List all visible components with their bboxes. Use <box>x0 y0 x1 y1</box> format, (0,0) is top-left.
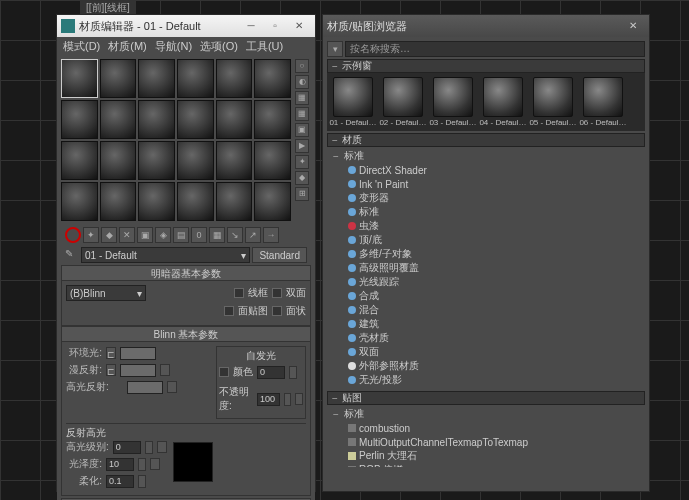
spinner-buttons[interactable] <box>145 441 153 454</box>
section-maps[interactable]: 贴图 <box>327 391 645 405</box>
assign-to-selection-icon[interactable]: ◆ <box>101 227 117 243</box>
sample-slot[interactable] <box>61 100 98 139</box>
spinner-buttons[interactable] <box>289 366 297 379</box>
sample-slot[interactable] <box>138 100 175 139</box>
material-name-combo[interactable]: 01 - Default▾ <box>81 247 250 263</box>
specular-map-button[interactable] <box>167 381 177 393</box>
browser-close-button[interactable]: ✕ <box>621 17 645 35</box>
sample-slot[interactable] <box>216 141 253 180</box>
sample-slot[interactable] <box>100 100 137 139</box>
select-by-mat-icon[interactable]: ◆ <box>295 171 309 185</box>
material-item[interactable]: 无光/投影 <box>331 373 641 387</box>
put-to-scene-icon[interactable]: ✦ <box>83 227 99 243</box>
rollout-blinn-basic[interactable]: Blinn 基本参数 <box>61 326 311 342</box>
material-item[interactable]: 多维/子对象 <box>331 247 641 261</box>
diffuse-lock-icon[interactable]: ⊏ <box>106 364 116 376</box>
sample-item[interactable]: 02 - Defaul… <box>379 77 427 127</box>
material-item[interactable]: 高级照明覆盖 <box>331 261 641 275</box>
slot-count-icon[interactable]: ⊞ <box>295 187 309 201</box>
preview-icon[interactable]: ▶ <box>295 139 309 153</box>
material-item[interactable]: 壳材质 <box>331 331 641 345</box>
search-input[interactable]: 按名称搜索… <box>345 41 645 57</box>
sample-slot[interactable] <box>61 182 98 221</box>
section-samples[interactable]: 示例窗 <box>327 59 645 73</box>
material-item[interactable]: Ink 'n Paint <box>331 177 641 191</box>
sample-slot[interactable] <box>177 59 214 98</box>
material-item[interactable]: DirectX Shader <box>331 163 641 177</box>
ambient-lock-icon[interactable]: ⊏ <box>106 347 116 359</box>
copy-icon[interactable]: ▣ <box>137 227 153 243</box>
eyedropper-icon[interactable]: ✎ <box>65 248 79 262</box>
material-type-button[interactable]: Standard <box>252 247 307 263</box>
close-button[interactable]: ✕ <box>287 17 311 35</box>
ambient-swatch[interactable] <box>120 347 156 360</box>
facemap-checkbox[interactable] <box>224 306 234 316</box>
material-item[interactable]: 标准 <box>331 205 641 219</box>
sample-slot[interactable] <box>138 182 175 221</box>
wire-checkbox[interactable] <box>234 288 244 298</box>
menu-mode[interactable]: 模式(D) <box>63 39 100 54</box>
sample-slot[interactable] <box>138 141 175 180</box>
material-item[interactable]: 顶/底 <box>331 233 641 247</box>
reset-map-icon[interactable]: ✕ <box>119 227 135 243</box>
sample-slot[interactable] <box>138 59 175 98</box>
sample-slot[interactable] <box>100 141 137 180</box>
spinner-buttons[interactable] <box>138 458 146 471</box>
two-sided-checkbox[interactable] <box>272 288 282 298</box>
material-item[interactable]: 双面 <box>331 345 641 359</box>
sample-slot[interactable] <box>254 141 291 180</box>
sample-slot[interactable] <box>177 182 214 221</box>
shader-combo[interactable]: (B)Blinn▾ <box>66 285 146 301</box>
sample-slot[interactable] <box>177 100 214 139</box>
show-end-icon[interactable]: ↘ <box>227 227 243 243</box>
map-item[interactable]: MultiOutputChannelTexmapToTexmap <box>331 435 641 449</box>
show-map-icon[interactable]: ▦ <box>209 227 225 243</box>
material-item[interactable]: 合成 <box>331 289 641 303</box>
sample-item[interactable]: 04 - Defaul… <box>479 77 527 127</box>
material-item[interactable]: 混合 <box>331 303 641 317</box>
sample-item[interactable]: 03 - Defaul… <box>429 77 477 127</box>
tree-group-standard[interactable]: −标准 <box>331 149 641 163</box>
backlight-icon[interactable]: ◐ <box>295 75 309 89</box>
sample-slot[interactable] <box>254 59 291 98</box>
specular-swatch[interactable] <box>127 381 163 394</box>
sample-item[interactable]: 01 - Defaul… <box>329 77 377 127</box>
spec-level-map-button[interactable] <box>157 441 167 453</box>
browser-options-icon[interactable]: ▾ <box>327 41 343 57</box>
material-item[interactable]: 变形器 <box>331 191 641 205</box>
material-item[interactable]: 建筑 <box>331 317 641 331</box>
make-unique-icon[interactable]: ◈ <box>155 227 171 243</box>
sample-slot[interactable] <box>216 182 253 221</box>
soften-spinner[interactable]: 0.1 <box>106 475 134 488</box>
menu-navigate[interactable]: 导航(N) <box>155 39 192 54</box>
video-check-icon[interactable]: ▣ <box>295 123 309 137</box>
menu-material[interactable]: 材质(M) <box>108 39 147 54</box>
options-icon[interactable]: ✦ <box>295 155 309 169</box>
sample-slot[interactable] <box>216 59 253 98</box>
sample-slot[interactable] <box>61 141 98 180</box>
browser-scroll[interactable]: 示例窗 01 - Defaul…02 - Defaul…03 - Defaul…… <box>327 57 645 467</box>
sample-slot[interactable] <box>100 59 137 98</box>
tree-group-standard-maps[interactable]: −标准 <box>331 407 641 421</box>
browser-titlebar[interactable]: 材质/贴图浏览器 ✕ <box>323 15 649 37</box>
material-item[interactable]: 光线跟踪 <box>331 275 641 289</box>
material-item[interactable]: 外部参照材质 <box>331 359 641 373</box>
uv-tile-icon[interactable]: ▦ <box>295 107 309 121</box>
opacity-map-button[interactable] <box>295 393 303 405</box>
menu-options[interactable]: 选项(O) <box>200 39 238 54</box>
sample-slot[interactable] <box>61 59 98 98</box>
map-item[interactable]: Perlin 大理石 <box>331 449 641 463</box>
sample-slot[interactable] <box>177 141 214 180</box>
map-item[interactable]: combustion <box>331 421 641 435</box>
sample-item[interactable]: 05 - Defaul… <box>529 77 577 127</box>
sample-item[interactable]: 06 - Defaul… <box>579 77 627 127</box>
gloss-spinner[interactable]: 10 <box>106 458 134 471</box>
background-icon[interactable]: ▦ <box>295 91 309 105</box>
material-item[interactable]: 虫漆 <box>331 219 641 233</box>
sample-slot[interactable] <box>216 100 253 139</box>
diffuse-swatch[interactable] <box>120 364 156 377</box>
self-illum-spinner[interactable]: 0 <box>257 366 285 379</box>
minimize-button[interactable]: ─ <box>239 17 263 35</box>
spinner-buttons[interactable] <box>284 393 291 406</box>
section-materials[interactable]: 材质 <box>327 133 645 147</box>
